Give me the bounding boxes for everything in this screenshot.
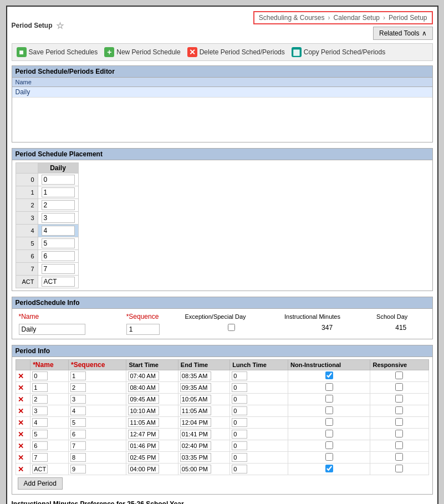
responsive-cell[interactable] (370, 417, 428, 429)
end-cell[interactable] (178, 429, 229, 440)
placement-row-cell[interactable] (38, 263, 78, 276)
non-inst-cell[interactable] (288, 464, 370, 475)
responsive-checkbox[interactable] (395, 395, 403, 403)
period-start-input[interactable] (128, 453, 159, 462)
period-end-input[interactable] (180, 395, 211, 404)
responsive-cell[interactable] (370, 405, 428, 417)
placement-row-cell[interactable] (38, 199, 78, 212)
start-cell[interactable] (126, 405, 178, 417)
non-inst-cell[interactable] (288, 429, 370, 440)
non-inst-checkbox[interactable] (325, 395, 333, 403)
delete-cell[interactable]: ✕ (16, 429, 30, 440)
end-cell[interactable] (178, 464, 229, 475)
non-inst-checkbox[interactable] (325, 383, 333, 391)
seq-cell[interactable] (68, 382, 126, 394)
non-inst-cell[interactable] (288, 452, 370, 464)
delete-cell[interactable]: ✕ (16, 440, 30, 452)
placement-input[interactable] (42, 238, 75, 248)
name-cell[interactable] (30, 382, 69, 394)
responsive-checkbox[interactable] (395, 383, 403, 391)
non-inst-cell[interactable] (288, 417, 370, 429)
placement-row-cell[interactable] (38, 276, 78, 288)
delete-cell[interactable]: ✕ (16, 405, 30, 417)
period-start-input[interactable] (128, 465, 159, 474)
responsive-checkbox[interactable] (395, 453, 403, 461)
delete-cell[interactable]: ✕ (16, 452, 30, 464)
non-inst-cell[interactable] (288, 382, 370, 394)
responsive-checkbox[interactable] (395, 418, 403, 426)
lunch-cell[interactable] (230, 429, 288, 440)
placement-input[interactable] (42, 226, 75, 236)
copy-button[interactable]: ▦ Copy Period Sched/Periods (292, 47, 385, 57)
end-cell[interactable] (178, 370, 229, 382)
name-cell[interactable] (30, 405, 69, 417)
delete-icon[interactable]: ✕ (18, 407, 24, 415)
start-cell[interactable] (126, 417, 178, 429)
non-inst-checkbox[interactable] (325, 441, 333, 449)
end-cell[interactable] (178, 405, 229, 417)
non-inst-checkbox[interactable] (325, 418, 333, 426)
lunch-cell[interactable] (230, 382, 288, 394)
seq-cell[interactable] (68, 464, 126, 475)
period-end-input[interactable] (180, 441, 211, 450)
period-name-input[interactable] (32, 371, 48, 380)
period-name-input[interactable] (32, 395, 48, 404)
placement-input[interactable] (42, 175, 75, 185)
responsive-checkbox[interactable] (395, 465, 403, 472)
delete-icon[interactable]: ✕ (18, 442, 24, 450)
responsive-cell[interactable] (370, 440, 428, 452)
responsive-cell[interactable] (370, 370, 428, 382)
non-inst-cell[interactable] (288, 394, 370, 405)
period-seq-input[interactable] (70, 441, 86, 450)
period-start-input[interactable] (128, 406, 159, 415)
responsive-checkbox[interactable] (395, 406, 403, 414)
end-cell[interactable] (178, 394, 229, 405)
period-start-input[interactable] (128, 418, 159, 427)
end-cell[interactable] (178, 382, 229, 394)
period-lunch-input[interactable] (232, 453, 247, 462)
new-button[interactable]: + New Period Schedule (104, 47, 180, 57)
period-lunch-input[interactable] (232, 441, 247, 450)
save-button[interactable]: ■ Save Period Schedules (17, 47, 98, 57)
delete-icon[interactable]: ✕ (18, 395, 24, 404)
period-lunch-input[interactable] (232, 406, 247, 415)
non-inst-checkbox[interactable] (325, 453, 333, 461)
period-lunch-input[interactable] (232, 371, 247, 380)
period-seq-input[interactable] (70, 465, 86, 474)
period-end-input[interactable] (180, 418, 211, 427)
name-cell[interactable] (30, 370, 69, 382)
period-end-input[interactable] (180, 430, 211, 439)
period-seq-input[interactable] (70, 383, 86, 392)
period-name-input[interactable] (32, 406, 48, 415)
lunch-cell[interactable] (230, 370, 288, 382)
responsive-cell[interactable] (370, 452, 428, 464)
lunch-cell[interactable] (230, 417, 288, 429)
non-inst-cell[interactable] (288, 440, 370, 452)
delete-cell[interactable]: ✕ (16, 370, 30, 382)
period-end-input[interactable] (180, 371, 211, 380)
name-cell[interactable] (30, 440, 69, 452)
add-period-button[interactable]: Add Period (18, 477, 63, 490)
info-name-input[interactable] (19, 324, 85, 335)
period-start-input[interactable] (128, 395, 159, 404)
period-start-input[interactable] (128, 383, 159, 392)
non-inst-cell[interactable] (288, 405, 370, 417)
breadcrumb-item2[interactable]: Calendar Setup (334, 14, 380, 22)
name-cell[interactable] (30, 394, 69, 405)
period-lunch-input[interactable] (232, 430, 247, 439)
period-start-input[interactable] (128, 441, 159, 450)
info-seq-input[interactable] (126, 324, 160, 335)
period-end-input[interactable] (180, 383, 211, 392)
period-name-input[interactable] (32, 430, 48, 439)
delete-icon[interactable]: ✕ (18, 384, 24, 392)
seq-cell[interactable] (68, 417, 126, 429)
start-cell[interactable] (126, 394, 178, 405)
seq-cell[interactable] (68, 370, 126, 382)
star-icon[interactable]: ☆ (56, 21, 64, 31)
seq-cell[interactable] (68, 405, 126, 417)
period-name-input[interactable] (32, 441, 48, 450)
start-cell[interactable] (126, 452, 178, 464)
breadcrumb-item1[interactable]: Scheduling & Courses (259, 14, 325, 22)
delete-cell[interactable]: ✕ (16, 464, 30, 475)
responsive-checkbox[interactable] (395, 371, 403, 379)
